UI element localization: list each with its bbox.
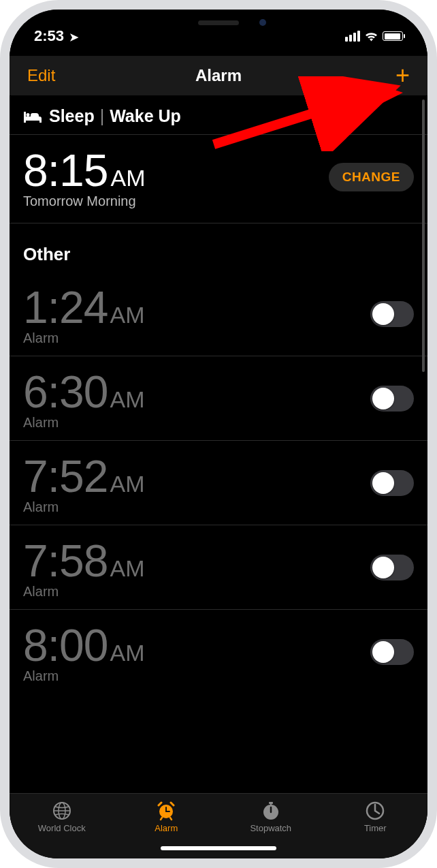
alarm-row[interactable]: 1:24AM Alarm bbox=[10, 272, 427, 356]
notch bbox=[123, 10, 314, 35]
sleep-section-header: Sleep | Wake Up bbox=[10, 95, 427, 135]
alarm-list[interactable]: Sleep | Wake Up 8:15 AM Tomorrow Morning… bbox=[10, 95, 427, 793]
tab-world-clock[interactable]: World Clock bbox=[10, 801, 114, 833]
sleep-subtitle: Tomorrow Morning bbox=[23, 193, 145, 209]
alarm-row[interactable]: 6:30AM Alarm bbox=[10, 356, 427, 441]
other-section-header: Other bbox=[10, 223, 427, 272]
tab-stopwatch[interactable]: Stopwatch bbox=[218, 801, 323, 833]
phone-frame: 2:53 ➤ Edit Alarm + Sleep | Wake Up bbox=[0, 0, 437, 868]
timer-icon bbox=[365, 801, 385, 821]
sleep-time-ampm: AM bbox=[110, 165, 145, 191]
alarm-time-value: 6:30 bbox=[23, 366, 108, 418]
alarm-time-ampm: AM bbox=[110, 555, 144, 582]
battery-icon bbox=[383, 31, 403, 41]
nav-title: Alarm bbox=[195, 66, 242, 85]
sleep-header-divider: | bbox=[100, 106, 105, 126]
add-alarm-button[interactable]: + bbox=[395, 63, 410, 88]
status-time-text: 2:53 bbox=[34, 27, 64, 44]
sleep-time-value: 8:15 bbox=[23, 144, 108, 196]
alarm-label: Alarm bbox=[23, 499, 144, 515]
cellular-icon bbox=[345, 31, 360, 42]
globe-icon bbox=[52, 801, 72, 821]
tab-label: Timer bbox=[364, 823, 387, 833]
tab-timer[interactable]: Timer bbox=[323, 801, 428, 833]
alarm-label: Alarm bbox=[23, 668, 144, 684]
alarm-time-ampm: AM bbox=[110, 386, 144, 413]
alarm-time-value: 8:00 bbox=[23, 619, 108, 671]
alarm-toggle[interactable] bbox=[370, 555, 414, 580]
edit-button[interactable]: Edit bbox=[27, 66, 55, 85]
alarm-time-ampm: AM bbox=[110, 302, 144, 328]
change-button[interactable]: CHANGE bbox=[329, 163, 414, 191]
sleep-time: 8:15 AM bbox=[23, 144, 145, 196]
stopwatch-icon bbox=[261, 801, 281, 821]
status-right bbox=[345, 31, 403, 42]
home-indicator[interactable] bbox=[161, 846, 276, 850]
alarm-label: Alarm bbox=[23, 330, 144, 346]
alarm-time-ampm: AM bbox=[110, 640, 144, 666]
alarm-toggle[interactable] bbox=[370, 386, 414, 412]
wifi-icon bbox=[364, 31, 378, 42]
alarm-row[interactable]: 7:52AM Alarm bbox=[10, 441, 427, 525]
bed-icon bbox=[23, 110, 42, 123]
scroll-indicator bbox=[422, 99, 425, 372]
status-time: 2:53 ➤ bbox=[34, 27, 78, 45]
tab-label: World Clock bbox=[38, 823, 86, 833]
sleep-alarm-row[interactable]: 8:15 AM Tomorrow Morning CHANGE bbox=[10, 135, 427, 223]
nav-bar: Edit Alarm + bbox=[10, 56, 427, 95]
alarm-time-value: 7:58 bbox=[23, 535, 108, 587]
speaker-grill bbox=[198, 20, 239, 25]
alarm-toggle[interactable] bbox=[370, 470, 414, 496]
alarm-row[interactable]: 7:58AM Alarm bbox=[10, 525, 427, 610]
alarm-row[interactable]: 8:00AM Alarm bbox=[10, 610, 427, 694]
alarm-time-ampm: AM bbox=[110, 471, 144, 497]
screen: 2:53 ➤ Edit Alarm + Sleep | Wake Up bbox=[10, 10, 427, 858]
alarm-label: Alarm bbox=[23, 584, 144, 600]
tab-label: Alarm bbox=[155, 823, 178, 833]
svg-rect-6 bbox=[270, 803, 272, 805]
alarm-toggle[interactable] bbox=[370, 639, 414, 665]
alarm-time-value: 1:24 bbox=[23, 281, 108, 333]
tab-label: Stopwatch bbox=[250, 823, 291, 833]
sleep-header-right: Wake Up bbox=[110, 106, 181, 126]
alarm-toggle[interactable] bbox=[370, 301, 414, 327]
alarm-label: Alarm bbox=[23, 415, 144, 431]
location-icon: ➤ bbox=[69, 31, 78, 43]
tab-alarm[interactable]: Alarm bbox=[114, 801, 219, 833]
alarm-time-value: 7:52 bbox=[23, 450, 108, 502]
sleep-header-left: Sleep bbox=[49, 106, 95, 126]
front-camera bbox=[259, 19, 266, 26]
alarm-clock-icon bbox=[156, 801, 176, 821]
